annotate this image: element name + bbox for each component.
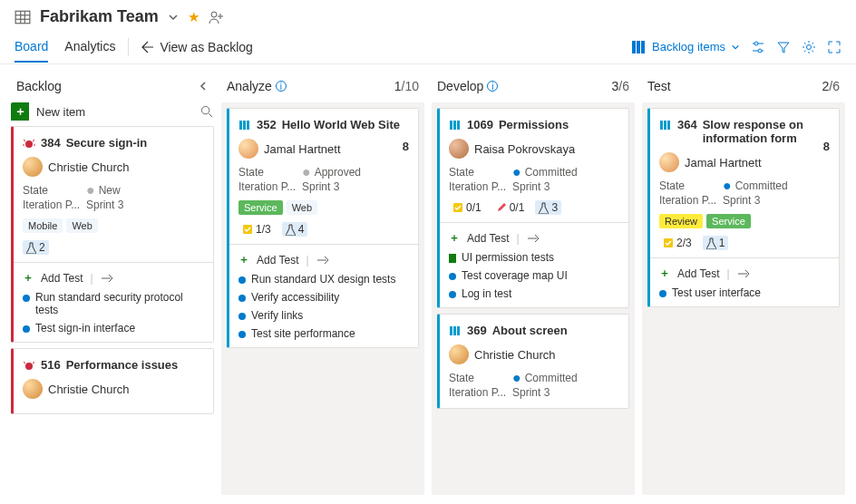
sub-task[interactable]: Verify accessibility: [238, 291, 409, 304]
card-1069[interactable]: 1069 Permissions Raisa Pokrovskaya State…: [437, 108, 629, 308]
tab-analytics[interactable]: Analytics: [64, 32, 115, 63]
collapse-backlog-icon[interactable]: [198, 81, 209, 92]
avatar: [449, 344, 469, 364]
checklist-count[interactable]: 2/3: [659, 236, 696, 250]
sub-task[interactable]: Test sign-in interface: [23, 322, 204, 334]
tag-service[interactable]: Service: [706, 214, 751, 228]
card-title: Secure sign-in: [66, 136, 148, 150]
svg-rect-30: [450, 121, 452, 130]
checklist-count[interactable]: 0/1: [449, 200, 485, 215]
sub-task[interactable]: Test coverage map UI: [449, 269, 619, 282]
test-count[interactable]: 4: [282, 222, 308, 237]
sub-task[interactable]: Run standard UX design tests: [238, 273, 409, 286]
card-364[interactable]: 364 Slow response on information form 8 …: [647, 108, 840, 307]
card-id: 1069: [467, 118, 493, 131]
svg-line-20: [33, 140, 34, 141]
column-title-test: Test: [647, 79, 671, 93]
gear-icon[interactable]: [802, 40, 816, 54]
open-link-icon[interactable]: [316, 255, 329, 266]
sub-task[interactable]: Test site performance: [238, 327, 409, 340]
add-test-button[interactable]: ＋Add Test|: [659, 266, 830, 281]
card-352[interactable]: 352 Hello World Web Site 8 Jamal Hartnet…: [227, 108, 419, 348]
checklist-count[interactable]: 1/3: [238, 222, 275, 237]
story-points: 8: [403, 140, 409, 153]
filter-icon[interactable]: [776, 40, 791, 54]
page-title[interactable]: Fabrikam Team: [40, 7, 159, 26]
new-item-label[interactable]: New item: [36, 105, 85, 119]
view-as-backlog-button[interactable]: View as Backlog: [141, 40, 252, 54]
favorite-star-icon[interactable]: ★: [188, 9, 199, 25]
iteration-value: Sprint 3: [86, 199, 123, 211]
open-link-icon[interactable]: [737, 268, 750, 279]
card-title: Permissions: [499, 118, 569, 131]
svg-rect-39: [667, 121, 670, 130]
avatar: [23, 379, 43, 399]
search-icon[interactable]: [200, 105, 214, 119]
settings-sliders-icon[interactable]: [751, 40, 765, 54]
view-as-backlog-label: View as Backlog: [160, 40, 252, 54]
backlog-items-label: Backlog items: [652, 40, 725, 53]
svg-line-24: [24, 362, 25, 363]
column-title-analyze: Analyze: [227, 79, 272, 93]
tag-web[interactable]: Web: [66, 218, 97, 233]
avatar: [449, 139, 469, 159]
card-id: 384: [41, 136, 61, 150]
pencil-count[interactable]: 0/1: [492, 200, 529, 215]
pbi-icon: [659, 119, 672, 131]
card-title: Hello World Web Site: [282, 118, 400, 131]
info-icon[interactable]: i: [487, 81, 498, 92]
open-link-icon[interactable]: [527, 233, 540, 244]
svg-rect-35: [453, 326, 456, 335]
tag-service[interactable]: Service: [238, 200, 283, 215]
new-item-plus-icon[interactable]: ＋: [11, 102, 29, 121]
team-members-icon[interactable]: [209, 10, 225, 24]
column-count: 2/6: [822, 79, 840, 93]
card-id: 364: [677, 118, 697, 131]
fullscreen-icon[interactable]: [827, 40, 841, 54]
add-test-button[interactable]: ＋Add Test|: [238, 252, 409, 267]
pbi-icon: [449, 119, 462, 131]
assignee-name: Christie Church: [48, 383, 130, 396]
card-id: 352: [257, 118, 277, 131]
bug-icon: [23, 359, 35, 372]
open-link-icon[interactable]: [101, 273, 113, 284]
sub-task[interactable]: Test user interface: [659, 286, 830, 299]
backlog-items-icon: [632, 41, 647, 53]
card-369[interactable]: 369 About screen Christie Church State●C…: [437, 314, 629, 409]
test-count[interactable]: 3: [535, 200, 561, 215]
info-icon[interactable]: i: [276, 81, 287, 92]
svg-line-17: [209, 113, 212, 117]
svg-rect-28: [247, 121, 249, 130]
svg-rect-37: [660, 121, 663, 130]
card-title: Performance issues: [66, 358, 179, 372]
column-count: 3/6: [612, 79, 629, 93]
svg-rect-34: [450, 326, 452, 335]
sub-task[interactable]: Log in test: [449, 287, 619, 300]
svg-line-19: [24, 140, 25, 141]
state-value: New: [99, 184, 121, 197]
tag-mobile[interactable]: Mobile: [23, 218, 63, 233]
tab-board[interactable]: Board: [15, 32, 48, 63]
sub-task[interactable]: Verify links: [238, 309, 409, 322]
svg-point-5: [211, 12, 217, 17]
svg-rect-9: [637, 41, 640, 53]
test-count[interactable]: 1: [703, 236, 729, 250]
add-test-button[interactable]: ＋Add Test|: [23, 270, 204, 286]
card-516[interactable]: 516 Performance issues Christie Church: [11, 348, 214, 414]
svg-rect-31: [453, 121, 456, 130]
tag-review[interactable]: Review: [659, 214, 703, 228]
assignee-name: Christie Church: [48, 160, 130, 174]
add-test-button[interactable]: ＋Add Test|: [449, 230, 619, 246]
tag-web[interactable]: Web: [287, 200, 317, 215]
pbi-icon: [449, 325, 462, 337]
svg-rect-10: [641, 41, 645, 53]
sub-task[interactable]: UI permission tests: [449, 251, 619, 264]
assignee-name: Raisa Pokrovskaya: [474, 142, 575, 156]
sub-task[interactable]: Run standard security protocol tests: [23, 291, 204, 316]
svg-point-14: [758, 49, 762, 53]
test-count[interactable]: 2: [23, 240, 49, 255]
card-id: 369: [467, 324, 487, 337]
backlog-items-dropdown[interactable]: Backlog items: [632, 40, 740, 53]
card-384[interactable]: 384 Secure sign-in Christie Church State…: [11, 126, 214, 343]
team-dropdown-chevron-icon[interactable]: [168, 12, 179, 23]
